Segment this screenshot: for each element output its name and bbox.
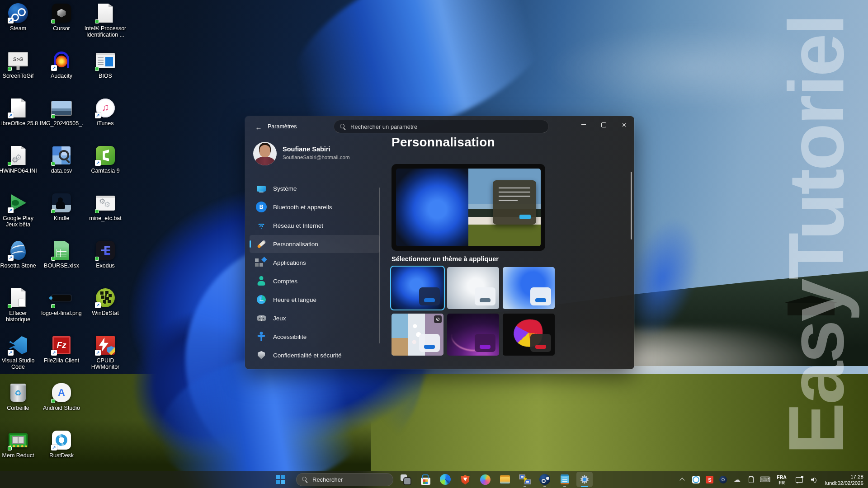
desktop-icon-data-csv[interactable]: data.csv [40,145,83,174]
sidebar-item-bluetooth-et-appareils[interactable]: Bluetooth et appareils [250,198,380,216]
desktop-icon-rosetta-stone[interactable]: Rosetta Stone [0,240,40,269]
desktop-icon-label: Google Play Jeux bêta [0,215,40,228]
back-button[interactable] [252,122,265,132]
desktop-icon-mem-reduct[interactable]: Mem Reduct [0,430,40,459]
desktop-icon-bourse-xlsx[interactable]: BOURSE.xlsx [40,240,83,269]
theme-glow-purple[interactable] [447,314,499,356]
theme-bloom-light[interactable] [503,267,555,309]
desktop-icon-libreoffice[interactable]: LibreOffice 25.8 [0,98,40,127]
desktop-icon-screentogif[interactable]: ScreenToGif [0,50,40,79]
desktop-icon-intel-processor-identification[interactable]: Intel® Processor Identification ... [84,3,127,38]
settings-search-box[interactable] [334,120,549,133]
intel-processor-identification-icon [95,3,116,23]
shortcut-arrow-badge [95,302,101,308]
sidebar-item-jeux[interactable]: Jeux [250,309,380,327]
s-app-tray-icon[interactable] [706,476,713,483]
start-button[interactable] [274,472,292,487]
mine-etc-bat-icon [95,192,116,213]
desktop-icon-exodus[interactable]: Exodus [84,240,127,269]
taskbar-settings-button[interactable] [576,472,593,487]
desktop-icon-corbeille[interactable]: Corbeille [0,382,40,411]
taskbar-search[interactable]: Rechercher [296,473,393,486]
sidebar-item-reseau-et-internet[interactable]: Réseau et Internet [250,216,380,235]
taskbar-clock[interactable]: 17:28 lundi:02/02/2026 [825,474,863,486]
sidebar-item-applications[interactable]: Applications [250,253,380,272]
taskbar-notepad-button[interactable] [557,472,573,487]
taskbar-file-explorer-button[interactable] [497,472,513,487]
android-studio-icon [51,382,72,403]
steam-tray-icon[interactable] [719,476,727,483]
desktop-icon-effacer-historique-windows-update[interactable]: Effacer historique windows updat... [0,287,40,323]
desktop-icon-camtasia-9[interactable]: Camtasia 9 [84,145,127,174]
settings-nav: SystèmeBluetooth et appareilsRéseau et I… [250,179,380,365]
hidden-icons-chevron-icon[interactable] [678,476,686,484]
desktop-icon-itunes[interactable]: iTunes [84,98,127,127]
sidebar-item-systeme[interactable]: Système [250,179,380,197]
desktop-icon-img-20240505[interactable]: IMG_20240505_... [40,98,83,127]
minimize-button[interactable] [573,116,594,133]
taskbar-brave-button[interactable] [457,472,473,487]
rustdesk-tray-icon[interactable] [692,476,700,483]
taskbar-remote-connection-button[interactable] [517,472,533,487]
maximize-button[interactable] [594,116,614,133]
desktop-icon-audacity[interactable]: Audacity [40,50,83,79]
sync-status-badge [51,114,55,118]
desktop-icon-rustdesk[interactable]: RustDesk [40,430,83,459]
close-button[interactable] [614,116,634,133]
taskbar-task-view-button[interactable] [397,472,414,487]
theme-section-label: Sélectionner un thème à appliquer [392,255,499,263]
shortcut-arrow-badge [51,65,57,71]
language-switcher[interactable]: FRA FR [777,474,787,485]
taskbar-steam-button[interactable] [537,472,553,487]
sidebar-item-comptes[interactable]: Comptes [250,272,380,290]
desktop-icon-bios[interactable]: BIOS [84,50,127,79]
file-explorer-icon [499,474,511,485]
usb-device-tray-icon[interactable] [747,476,755,484]
desktop-icon-logo-et-final-png[interactable]: logo-et-final.png [40,287,83,316]
desktop-icon-label: BIOS [84,73,127,79]
sidebar-item-confidentialite-et-securite[interactable]: Confidentialité et sécurité [250,346,380,364]
desktop-icon-label: RustDesk [40,452,83,459]
camtasia-9-icon [95,145,116,166]
nav-scrollbar[interactable] [379,188,380,343]
taskbar-microsoft-store-button[interactable] [417,472,434,487]
desktop-icon-google-play-jeux-beta[interactable]: Google Play Jeux bêta [0,192,40,228]
sidebar-item-personnalisation[interactable]: Personnalisation [250,235,380,253]
notepad-icon [559,474,571,485]
desktop-icon-label: Corbeille [0,405,40,411]
taskbar-copilot-button[interactable] [477,472,493,487]
desktop-icon-android-studio[interactable]: Android Studio [40,382,83,411]
desktop-icon-steam[interactable]: Steam [0,3,40,32]
desktop-icon-cpuid-hwmonitor[interactable]: CPUID HWMonitor [84,335,127,370]
shortcut-arrow-badge [51,350,57,356]
theme-window-mock [530,287,551,305]
running-indicator [543,486,546,487]
volume-icon[interactable] [809,476,817,484]
theme-windows-dark[interactable] [392,267,443,309]
onedrive-tray-icon[interactable] [733,476,741,484]
desktop-icon-mine-etc-bat[interactable]: mine_etc.bat [84,192,127,221]
sidebar-item-heure-et-langue[interactable]: Heure et langue [250,291,380,309]
theme-photo-collage[interactable] [392,314,443,356]
desktop-icon-filezilla-client[interactable]: FileZilla Client [40,335,83,364]
search-icon [302,477,308,483]
desktop-icon-hwinfo64-ini[interactable]: HWiNFO64.INI [0,145,40,174]
desktop-icon-windirstat[interactable]: WinDirStat [84,287,127,316]
systeme-icon [256,183,267,194]
remote-connection-icon [519,474,531,485]
desktop-icon-visual-studio-code[interactable]: Visual Studio Code [0,335,40,370]
theme-grid [392,267,555,356]
desktop-icon-cursor[interactable]: Cursor [40,3,83,32]
desktop-icon-kindle[interactable]: Kindle [40,192,83,221]
theme-windows-light[interactable] [447,267,499,309]
user-avatar[interactable] [253,142,277,165]
content-scrollbar[interactable] [631,172,632,239]
theme-flower-dark[interactable] [503,314,555,356]
sidebar-item-label: Comptes [273,278,297,285]
desktop-icon-label: Effacer historique windows updat... [0,310,40,323]
network-icon[interactable] [795,476,803,484]
settings-search-input[interactable] [350,123,542,130]
sidebar-item-accessibilite[interactable]: Accessibilité [250,328,380,346]
touch-keyboard-icon[interactable] [761,476,769,484]
taskbar-edge-button[interactable] [437,472,453,487]
